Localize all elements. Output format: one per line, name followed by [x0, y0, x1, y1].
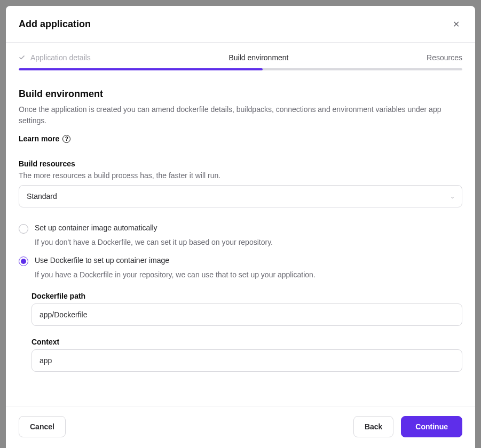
radio-auto-help: If you don't have a Dockerfile, we can s… [35, 238, 462, 246]
modal-content: Build environment Once the application i… [6, 70, 475, 406]
step-application-details[interactable]: Application details [19, 53, 91, 62]
radio-auto-label: Set up container image automatically [35, 223, 157, 232]
radio-dockerfile-label: Use Dockerfile to set up container image [35, 256, 169, 265]
learn-more-link[interactable]: Learn more ? [19, 134, 70, 143]
build-resources-select[interactable] [19, 185, 462, 207]
help-icon: ? [62, 135, 70, 143]
radio-auto-row[interactable]: Set up container image automatically [19, 223, 462, 234]
footer-right: Back Continue [353, 416, 462, 437]
progress-track [19, 68, 462, 70]
close-button[interactable]: ✕ [450, 18, 462, 30]
learn-more-label: Learn more [19, 134, 59, 143]
container-setup-radios: Set up container image automatically If … [19, 223, 462, 372]
radio-auto[interactable] [19, 224, 28, 234]
step-build-environment: Build environment [228, 53, 288, 62]
cancel-button[interactable]: Cancel [19, 416, 66, 437]
modal-footer: Cancel Back Continue [6, 406, 475, 448]
field-help: The more resources a build process has, … [19, 171, 462, 180]
step-label: Application details [30, 53, 91, 62]
field-label: Build resources [19, 159, 462, 168]
radio-dockerfile-row[interactable]: Use Dockerfile to set up container image [19, 256, 462, 266]
progress-fill [19, 68, 263, 70]
field-label: Dockerfile path [31, 292, 462, 300]
radio-dockerfile[interactable] [19, 257, 28, 266]
context-input[interactable] [31, 349, 462, 372]
step-label: Build environment [228, 53, 288, 62]
stepper-labels: Application details Build environment Re… [19, 53, 462, 62]
context-field: Context [31, 338, 462, 372]
stepper: Application details Build environment Re… [6, 43, 475, 70]
build-resources-field: Build resources The more resources a bui… [19, 159, 462, 207]
build-resources-select-wrap: ⌄ [19, 185, 462, 207]
back-button[interactable]: Back [353, 416, 393, 437]
dockerfile-path-input[interactable] [31, 303, 462, 326]
dockerfile-subfields: Dockerfile path Context [31, 292, 462, 372]
field-label: Context [31, 338, 462, 346]
continue-button[interactable]: Continue [401, 416, 462, 437]
close-icon: ✕ [453, 19, 460, 29]
check-icon [19, 54, 25, 61]
section-description: Once the application is created you can … [19, 104, 462, 126]
modal-title: Add application [19, 19, 91, 30]
step-label: Resources [427, 53, 462, 62]
radio-dockerfile-help: If you have a Dockerfile in your reposit… [35, 270, 462, 279]
section-title: Build environment [19, 89, 462, 100]
add-application-modal: Add application ✕ Application details Bu… [6, 6, 475, 448]
dockerfile-path-field: Dockerfile path [31, 292, 462, 326]
step-resources[interactable]: Resources [427, 53, 462, 62]
modal-header: Add application ✕ [6, 6, 475, 43]
